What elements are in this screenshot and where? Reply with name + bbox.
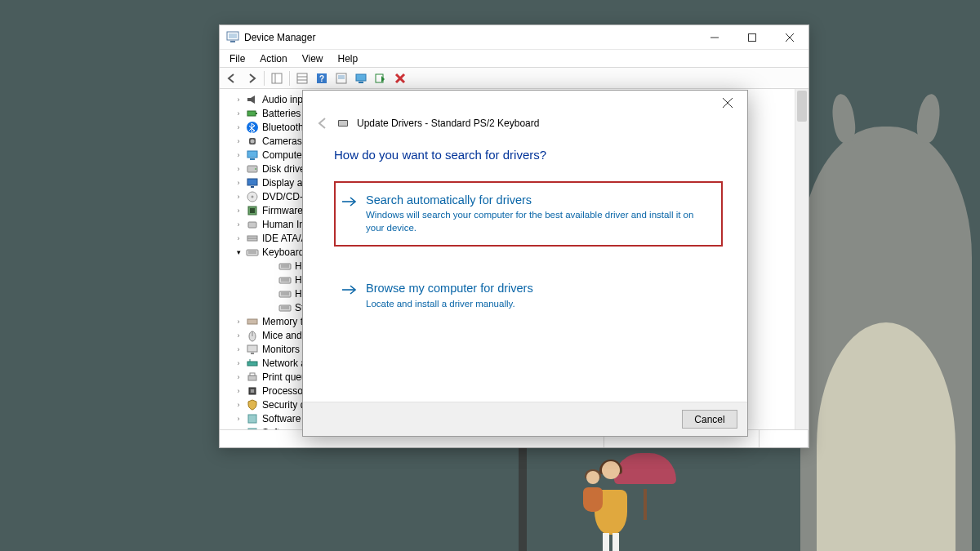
- software-icon: [246, 426, 259, 430]
- expand-arrow-icon[interactable]: ›: [234, 165, 243, 173]
- titlebar: Device Manager: [220, 25, 808, 50]
- keyboard-icon: [278, 301, 292, 314]
- tree-item-label: Batteries: [262, 108, 301, 119]
- dialog-question: How do you want to search for drivers?: [334, 148, 723, 162]
- maximize-button[interactable]: [733, 25, 771, 50]
- disk-icon: [246, 162, 259, 176]
- svg-rect-62: [248, 375, 256, 380]
- svg-rect-63: [250, 373, 255, 375]
- dialog-back-icon[interactable]: [316, 117, 329, 130]
- battery-icon: [246, 107, 259, 120]
- minimize-button[interactable]: [696, 25, 733, 50]
- processor-icon: [246, 384, 259, 398]
- desktop-wallpaper-totoro: [800, 127, 972, 551]
- expand-arrow-icon[interactable]: ›: [234, 401, 243, 409]
- expand-arrow-icon[interactable]: ›: [234, 151, 243, 159]
- option-title: Browse my computer for drivers: [366, 282, 533, 295]
- window-title: Device Manager: [244, 32, 315, 43]
- menu-file[interactable]: File: [223, 51, 252, 66]
- keyboard-icon: [246, 246, 259, 259]
- option-search-automatically[interactable]: Search automatically for drivers Windows…: [334, 181, 723, 247]
- expand-arrow-icon[interactable]: ›: [234, 331, 243, 340]
- expand-arrow-icon[interactable]: ›: [234, 179, 243, 187]
- svg-rect-23: [256, 113, 257, 114]
- arrow-right-icon: [341, 283, 358, 296]
- camera-icon: [246, 135, 259, 148]
- expand-arrow-icon[interactable]: ›: [234, 359, 243, 367]
- expand-arrow-icon[interactable]: ›: [234, 387, 243, 395]
- tree-item-label: Bluetooth: [262, 122, 304, 133]
- expand-arrow-icon[interactable]: ›: [234, 137, 243, 145]
- menu-view[interactable]: View: [296, 51, 330, 66]
- computer-icon: [246, 149, 259, 162]
- svg-rect-32: [251, 186, 254, 188]
- refresh-icon[interactable]: [332, 69, 350, 87]
- expand-arrow-icon[interactable]: ›: [234, 96, 243, 104]
- expand-arrow-icon[interactable]: ›: [234, 318, 243, 326]
- svg-rect-66: [248, 415, 256, 423]
- menubar: File Action View Help: [220, 50, 808, 68]
- expand-arrow-icon[interactable]: ›: [234, 234, 243, 242]
- toolbar: ?: [220, 68, 808, 89]
- svg-point-26: [251, 139, 255, 143]
- expand-arrow-icon[interactable]: ›: [234, 415, 243, 423]
- expand-arrow-icon[interactable]: ›: [234, 429, 243, 430]
- svg-text:?: ?: [319, 74, 324, 83]
- expand-arrow-icon[interactable]: ▾: [234, 248, 243, 256]
- update-driver-dialog: Update Drivers - Standard PS/2 Keyboard …: [302, 90, 748, 437]
- expand-arrow-icon[interactable]: ›: [234, 345, 243, 353]
- properties-icon[interactable]: [293, 69, 311, 87]
- expand-arrow-icon[interactable]: ›: [234, 123, 243, 131]
- svg-rect-16: [356, 74, 366, 81]
- close-button[interactable]: [771, 25, 808, 50]
- menu-help[interactable]: Help: [332, 51, 365, 66]
- expand-arrow-icon[interactable]: ›: [234, 207, 243, 215]
- svg-rect-4: [749, 33, 756, 41]
- svg-rect-31: [247, 179, 257, 185]
- svg-rect-1: [229, 33, 237, 38]
- expand-arrow-icon[interactable]: ›: [234, 193, 243, 201]
- tree-item-label: Cameras: [262, 136, 302, 147]
- dialog-title: Update Drivers - Standard PS/2 Keyboard: [357, 118, 539, 129]
- option-browse-computer[interactable]: Browse my computer for drivers Locate an…: [334, 269, 723, 322]
- svg-rect-9: [297, 73, 307, 83]
- svg-rect-27: [247, 151, 257, 158]
- display-icon: [246, 176, 259, 189]
- svg-rect-67: [248, 429, 256, 430]
- tree-item-label: Computer: [262, 149, 305, 161]
- update-driver-icon[interactable]: [352, 69, 370, 87]
- svg-rect-72: [339, 121, 347, 126]
- option-title: Search automatically for drivers: [366, 193, 709, 207]
- svg-rect-22: [247, 111, 256, 116]
- forward-arrow-icon[interactable]: [243, 69, 261, 87]
- vertical-scrollbar[interactable]: [795, 89, 808, 429]
- uninstall-icon[interactable]: [391, 69, 409, 87]
- mouse-icon: [246, 329, 259, 342]
- desktop-wallpaper-figures: [580, 445, 662, 551]
- firmware-icon: [246, 204, 259, 217]
- security-icon: [246, 398, 259, 411]
- svg-rect-55: [247, 319, 257, 324]
- svg-rect-21: [247, 98, 251, 101]
- back-arrow-icon[interactable]: [223, 69, 241, 87]
- device-manager-icon: [226, 31, 239, 44]
- printer-icon: [246, 371, 259, 384]
- expand-arrow-icon[interactable]: ›: [234, 109, 243, 118]
- tree-item-label: Monitors: [262, 344, 300, 355]
- svg-point-30: [255, 168, 256, 170]
- menu-action[interactable]: Action: [253, 51, 293, 66]
- option-description: Windows will search your computer for th…: [366, 209, 709, 234]
- keyboard-icon: [337, 118, 349, 129]
- ide-icon: [246, 232, 259, 245]
- show-hide-tree-icon[interactable]: [268, 69, 286, 87]
- dialog-close-button[interactable]: [711, 91, 744, 114]
- svg-rect-7: [272, 73, 282, 83]
- scan-hardware-icon[interactable]: [372, 69, 390, 87]
- expand-arrow-icon[interactable]: ›: [234, 220, 243, 229]
- svg-rect-60: [247, 362, 257, 366]
- expand-arrow-icon[interactable]: ›: [234, 373, 243, 381]
- keyboard-icon: [278, 260, 292, 273]
- help-icon[interactable]: ?: [313, 69, 331, 87]
- cancel-button[interactable]: Cancel: [682, 410, 737, 429]
- dvd-icon: [246, 190, 259, 203]
